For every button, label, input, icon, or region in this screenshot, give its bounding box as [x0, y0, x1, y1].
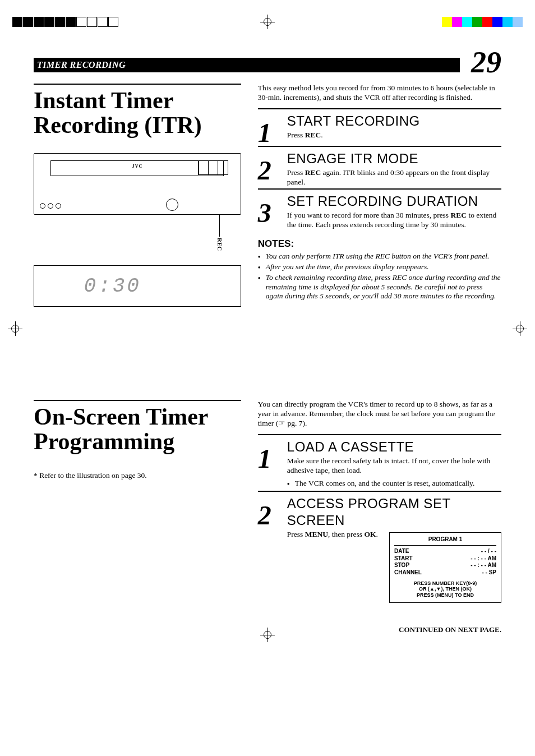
step-body: Press REC again. ITR blinks and 0:30 app… [287, 168, 501, 187]
step-title: ACCESS PROGRAM SET SCREEN [287, 495, 501, 529]
step-title: ENGAGE ITR MODE [287, 150, 501, 167]
cmyk-squares-right [442, 17, 523, 27]
crosshair-icon [260, 15, 275, 29]
display-time: 0:30 [50, 271, 174, 301]
step-body: Make sure the record safety tab is intac… [287, 457, 501, 476]
section-title: TIMER RECORDING [34, 58, 460, 72]
step-2: 2 ENGAGE ITR MODE Press REC again. ITR b… [258, 146, 501, 187]
note-item: After you set the time, the previous dis… [266, 262, 501, 272]
program-row-stop: STOP- - : - - AM [394, 562, 496, 569]
program-row-date: DATE- - / - - [394, 548, 496, 555]
feature2-footnote: * Refer to the illustration on page 30. [34, 471, 241, 480]
program-screen-illustration: PROGRAM 1 DATE- - / - - START- - : - - A… [389, 532, 501, 603]
registration-marks-top [0, 8, 535, 36]
feature2-intro: You can directly program the VCR's timer… [258, 400, 501, 428]
step-number: 2 [258, 148, 282, 187]
step-number: 1 [258, 110, 282, 145]
program-row-channel: CHANNEL- - SP [394, 569, 496, 577]
notes-heading: NOTES: [258, 238, 501, 250]
step-body: If you want to record for more than 30 m… [287, 211, 501, 230]
feature1-intro: This easy method lets you record for fro… [258, 84, 501, 103]
step-number: 3 [258, 191, 282, 230]
step-number: 2 [258, 493, 282, 603]
step-body: Press MENU, then press OK. [287, 530, 382, 540]
step-bullet: The VCR comes on, and the counter is res… [295, 479, 501, 488]
vcr-illustration: JVC REC [34, 153, 241, 215]
step-load-cassette: 1 LOAD A CASSETTE Make sure the record s… [258, 434, 501, 490]
program-screen-title: PROGRAM 1 [394, 536, 496, 546]
crosshair-icon [260, 628, 275, 642]
front-display-illustration: 0:30 [34, 265, 241, 307]
page-number: 29 [471, 50, 501, 75]
note-item: To check remaining recording time, press… [266, 273, 501, 302]
program-row-start: START- - : - - AM [394, 555, 496, 563]
black-squares-left [12, 17, 119, 27]
crosshair-left-icon [8, 321, 22, 336]
feature1-title: Instant Timer Recording (ITR) [34, 84, 241, 137]
step-title: LOAD A CASSETTE [287, 439, 501, 455]
feature2-title: On-Screen Timer Programming [34, 400, 241, 454]
note-item: You can only perform ITR using the REC b… [266, 252, 501, 261]
step-1: 1 START RECORDING Press REC. [258, 108, 501, 145]
notes-list: You can only perform ITR using the REC b… [258, 252, 501, 301]
crosshair-right-icon [513, 321, 527, 336]
vcr-brand-label: JVC [132, 164, 143, 169]
rec-callout-label: REC [216, 238, 223, 255]
step-title: START RECORDING [287, 113, 501, 130]
program-screen-instructions: PRESS NUMBER KEY(0-9) OR (▲,▼), THEN (OK… [394, 580, 496, 598]
step-number: 1 [258, 436, 282, 490]
registration-marks-bottom [0, 621, 535, 649]
page-header: TIMER RECORDING 29 [34, 50, 501, 75]
step-title: SET RECORDING DURATION [287, 193, 501, 210]
step-body: Press REC. [287, 131, 501, 140]
step-access-program: 2 ACCESS PROGRAM SET SCREEN Press MENU, … [258, 491, 501, 603]
step-3: 3 SET RECORDING DURATION If you want to … [258, 188, 501, 230]
